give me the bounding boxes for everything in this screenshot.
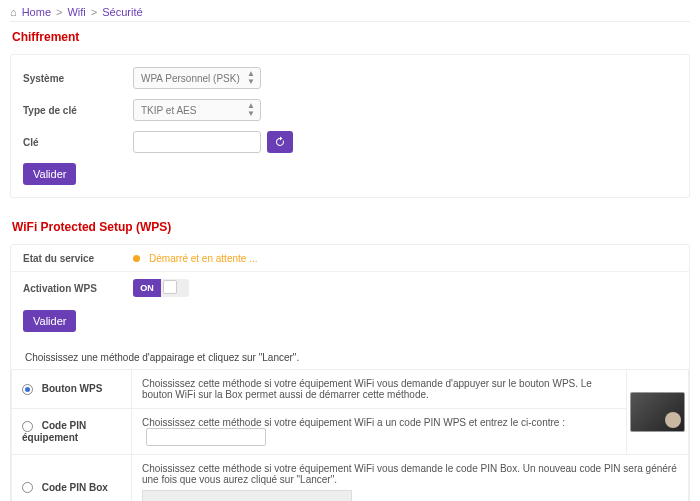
- encryption-submit-button[interactable]: Valider: [23, 163, 76, 185]
- pinbox-value-display: [142, 490, 352, 501]
- system-label: Système: [23, 73, 133, 84]
- wps-submit-button[interactable]: Valider: [23, 310, 76, 332]
- breadcrumb-sep: >: [91, 6, 97, 18]
- wps-status-label: Etat du service: [23, 253, 133, 264]
- encryption-title: Chiffrement: [12, 30, 688, 44]
- wps-methods-table: Bouton WPS Choississez cette méthode si …: [11, 369, 689, 501]
- method-pinbox-radio[interactable]: [22, 482, 33, 493]
- method-pinbox-label: Code PIN Box: [42, 482, 108, 493]
- divider: [10, 21, 690, 22]
- breadcrumb-current: Sécurité: [102, 6, 142, 18]
- wps-status-value: Démarré et en attente ...: [133, 252, 257, 264]
- breadcrumb-wifi[interactable]: Wifi: [67, 6, 85, 18]
- system-select-value: WPA Personnel (PSK): [141, 73, 240, 84]
- system-select[interactable]: WPA Personnel (PSK) ▲▼: [133, 67, 261, 89]
- wps-box-image: [630, 392, 685, 432]
- method-pinequip-desc: Choississez cette méthode si votre équip…: [142, 417, 565, 428]
- key-label: Clé: [23, 137, 133, 148]
- method-button-label: Bouton WPS: [42, 383, 103, 394]
- keytype-select[interactable]: TKIP et AES ▲▼: [133, 99, 261, 121]
- chevron-updown-icon: ▲▼: [247, 70, 255, 86]
- pin-equip-input[interactable]: [146, 428, 266, 446]
- wps-toggle-label: ON: [133, 279, 161, 297]
- chevron-updown-icon: ▲▼: [247, 102, 255, 118]
- keytype-label: Type de clé: [23, 105, 133, 116]
- method-pinequip-radio[interactable]: [22, 421, 33, 432]
- pairing-note: Choississez une méthode d'appairage et c…: [13, 352, 689, 363]
- wps-status-text: Démarré et en attente ...: [149, 253, 257, 264]
- method-pinbox-desc: Choississez cette méthode si votre équip…: [142, 463, 678, 485]
- wps-toggle-knob: [163, 280, 177, 294]
- keytype-select-value: TKIP et AES: [141, 105, 196, 116]
- wps-title: WiFi Protected Setup (WPS): [12, 220, 688, 234]
- wps-toggle[interactable]: ON: [133, 279, 189, 297]
- refresh-key-button[interactable]: [267, 131, 293, 153]
- encryption-panel: Système WPA Personnel (PSK) ▲▼ Type de c…: [10, 54, 690, 198]
- wps-activation-label: Activation WPS: [23, 283, 133, 294]
- key-input[interactable]: [133, 131, 261, 153]
- method-button-radio[interactable]: [22, 384, 33, 395]
- method-button-desc: Choississez cette méthode si votre équip…: [132, 370, 627, 409]
- breadcrumb: ⌂ Home > Wifi > Sécurité: [10, 6, 690, 18]
- breadcrumb-sep: >: [56, 6, 62, 18]
- home-icon: ⌂: [10, 6, 17, 18]
- status-dot-icon: [133, 255, 140, 262]
- breadcrumb-home[interactable]: Home: [22, 6, 51, 18]
- wps-panel: Etat du service Démarré et en attente ..…: [10, 244, 690, 501]
- refresh-icon: [274, 136, 286, 148]
